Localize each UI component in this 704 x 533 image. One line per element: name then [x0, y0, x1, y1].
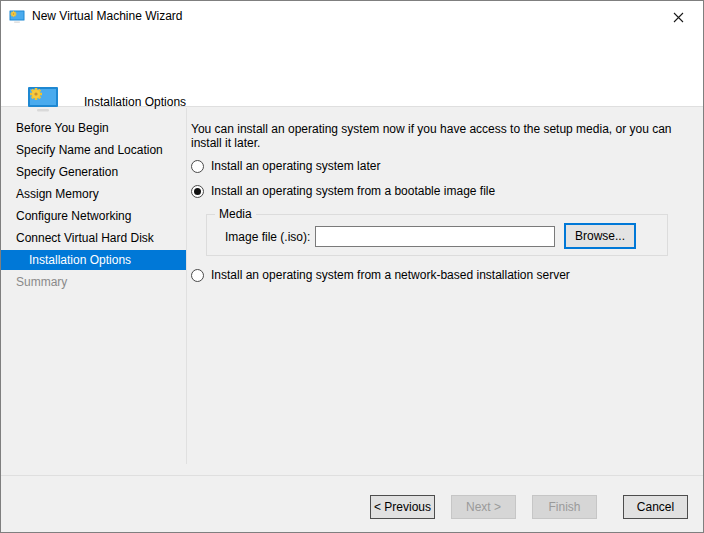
image-file-label: Image file (.iso): [225, 230, 310, 244]
radio-install-bootable-image[interactable] [191, 185, 204, 198]
wizard-page-content: You can install an operating system now … [188, 108, 703, 464]
radio-label: Install an operating system later [211, 159, 380, 173]
image-file-input[interactable] [315, 226, 555, 247]
sidebar-item-specify-generation[interactable]: Specify Generation [1, 162, 186, 182]
radio-install-later[interactable] [191, 160, 204, 173]
vm-wizard-icon [9, 9, 25, 25]
option-install-bootable-image[interactable]: Install an operating system from a boota… [191, 184, 495, 198]
sidebar-item-before-you-begin[interactable]: Before You Begin [1, 118, 186, 138]
media-groupbox-title: Media [215, 208, 256, 221]
browse-button[interactable]: Browse... [564, 223, 636, 249]
cancel-button[interactable]: Cancel [623, 495, 688, 519]
wizard-steps-nav: Before You Begin Specify Name and Locati… [1, 108, 187, 464]
sidebar-item-installation-options[interactable]: Installation Options [1, 250, 186, 270]
page-title: Installation Options [84, 95, 186, 109]
radio-label: Install an operating system from a netwo… [211, 268, 570, 282]
radio-label: Install an operating system from a boota… [211, 184, 495, 198]
next-button[interactable]: Next > [451, 495, 516, 519]
sidebar-item-summary: Summary [1, 272, 186, 292]
previous-button[interactable]: < Previous [370, 495, 435, 519]
wizard-header: Installation Options [1, 33, 703, 107]
radio-install-network-server[interactable] [191, 269, 204, 282]
option-install-later[interactable]: Install an operating system later [191, 159, 380, 173]
sidebar-item-specify-name-and-location[interactable]: Specify Name and Location [1, 140, 186, 160]
sidebar-item-configure-networking[interactable]: Configure Networking [1, 206, 186, 226]
titlebar: New Virtual Machine Wizard [1, 1, 703, 33]
new-vm-wizard-dialog: New Virtual Machine Wizard Installation … [0, 0, 704, 533]
finish-button[interactable]: Finish [532, 495, 597, 519]
close-icon[interactable] [653, 1, 703, 33]
intro-text: You can install an operating system now … [191, 122, 685, 150]
sidebar-item-connect-virtual-hard-disk[interactable]: Connect Virtual Hard Disk [1, 228, 186, 248]
media-groupbox: Media Image file (.iso): Browse... [206, 214, 668, 256]
window-title: New Virtual Machine Wizard [32, 1, 183, 32]
footer-divider [1, 475, 703, 476]
sidebar-item-assign-memory[interactable]: Assign Memory [1, 184, 186, 204]
option-install-network-server[interactable]: Install an operating system from a netwo… [191, 268, 570, 282]
